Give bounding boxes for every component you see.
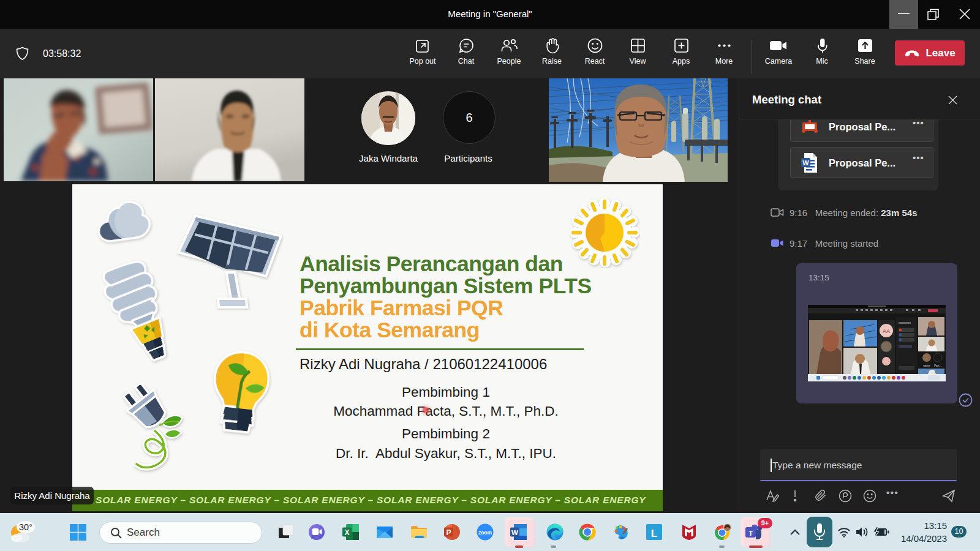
svg-text:T: T <box>748 530 753 537</box>
svg-text:P: P <box>446 528 451 537</box>
svg-text:zoom: zoom <box>478 530 492 536</box>
svg-text:30°: 30° <box>19 522 32 532</box>
svg-text:AA: AA <box>883 328 890 334</box>
svg-text:Part...: Part... <box>934 364 941 367</box>
svg-text:X: X <box>344 528 349 537</box>
svg-text:W: W <box>802 159 809 167</box>
svg-text:name: name <box>923 364 930 367</box>
svg-text:L: L <box>651 528 657 539</box>
svg-text:W: W <box>511 529 518 536</box>
